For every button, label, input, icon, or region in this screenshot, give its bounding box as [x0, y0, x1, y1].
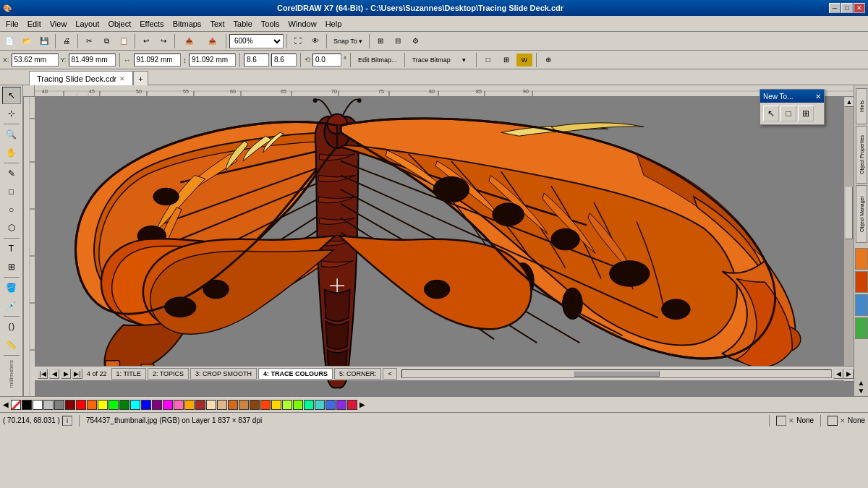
new-to-tool-1[interactable]: ↖: [763, 106, 779, 121]
color-swatch-21[interactable]: [250, 400, 260, 410]
menu-item-effects[interactable]: Effects: [135, 18, 168, 30]
doc-tab-active[interactable]: Tracing Slide Deck.cdr ✕: [29, 71, 133, 85]
color-swatch-23[interactable]: [271, 400, 281, 410]
bitmap-extra[interactable]: ⊕: [540, 52, 556, 68]
color-swatch-9[interactable]: [119, 400, 129, 410]
object-properties-tab[interactable]: Object Properties: [856, 126, 867, 184]
view-options-button[interactable]: 👁: [307, 33, 323, 49]
color-swatch-11[interactable]: [141, 400, 151, 410]
paste-button[interactable]: 📋: [116, 33, 132, 49]
last-page-button[interactable]: ▶|: [72, 369, 82, 379]
ellipse-tool[interactable]: ○: [2, 201, 21, 218]
tab-close-icon[interactable]: ✕: [119, 75, 125, 82]
text-tool[interactable]: T: [2, 240, 21, 257]
color-swatch-26[interactable]: [304, 400, 314, 410]
scroll-right-button[interactable]: ▶: [843, 369, 854, 379]
minimize-button[interactable]: ─: [829, 3, 841, 13]
first-page-button[interactable]: |◀: [38, 369, 48, 379]
color-swatch-19[interactable]: [228, 400, 238, 410]
color-tab-blue[interactable]: [855, 294, 868, 316]
menu-item-layout[interactable]: Layout: [71, 18, 103, 30]
export-button[interactable]: 📤: [201, 33, 223, 49]
open-button[interactable]: 📂: [19, 33, 35, 49]
copy-button[interactable]: ⧉: [98, 33, 114, 49]
color-swatch-8[interactable]: [109, 400, 119, 410]
print-button[interactable]: 🖨: [59, 33, 75, 49]
new-to-header[interactable]: New To... ✕: [760, 90, 824, 103]
page-tab-1[interactable]: 1: TITLE: [111, 368, 146, 380]
full-screen-button[interactable]: ⛶: [290, 33, 306, 49]
color-swatch-5[interactable]: [76, 400, 86, 410]
prev-page-button[interactable]: ◀: [49, 369, 59, 379]
canvas-area[interactable]: 40 45 50 55 60 65 70 75 80 85: [23, 85, 854, 396]
color-tab-green[interactable]: [855, 317, 868, 339]
edit-bitmap-button[interactable]: Edit Bitmap...: [354, 52, 401, 68]
hints-tab[interactable]: Hints: [856, 88, 867, 124]
align-button[interactable]: ⊞: [373, 33, 388, 49]
new-to-close-button[interactable]: ✕: [815, 93, 821, 100]
redo-button[interactable]: ↪: [156, 33, 171, 49]
h-scale-input[interactable]: [271, 53, 297, 67]
height-input[interactable]: [189, 53, 236, 67]
color-swatch-1[interactable]: [33, 400, 43, 410]
color-swatch-7[interactable]: [98, 400, 108, 410]
width-input[interactable]: [134, 53, 181, 67]
menu-item-object[interactable]: Object: [103, 18, 135, 30]
x-input[interactable]: [12, 53, 59, 67]
color-swatch-17[interactable]: [206, 400, 216, 410]
pan-tool[interactable]: ✋: [2, 144, 21, 161]
menu-item-help[interactable]: Help: [321, 18, 346, 30]
color-swatch-24[interactable]: [282, 400, 292, 410]
menu-item-window[interactable]: Window: [284, 18, 321, 30]
eyedropper-tool[interactable]: 💉: [2, 297, 21, 314]
bitmap-option2[interactable]: ⊞: [498, 52, 514, 68]
palette-right-arrow[interactable]: ▶: [358, 401, 367, 408]
color-swatch-22[interactable]: [260, 400, 271, 410]
info-button[interactable]: i: [62, 416, 72, 426]
color-swatch-3[interactable]: [54, 400, 64, 410]
save-button[interactable]: 💾: [36, 33, 52, 49]
cut-button[interactable]: ✂: [81, 33, 97, 49]
color-swatch-28[interactable]: [326, 400, 336, 410]
menu-item-table[interactable]: Table: [229, 18, 257, 30]
color-swatch-25[interactable]: [293, 400, 303, 410]
new-button[interactable]: 📄: [1, 33, 17, 49]
connector-tool[interactable]: ⟨⟩: [2, 318, 21, 335]
page-tab-3[interactable]: 3: CROP SMOOTH: [190, 368, 257, 380]
angle-input[interactable]: [312, 53, 341, 67]
snap-button[interactable]: Snap To ▾: [330, 33, 366, 49]
color-swatch-14[interactable]: [174, 400, 184, 410]
page-tab-4[interactable]: 4: TRACE COLOURS: [258, 368, 333, 380]
page-tab-5[interactable]: 5: CORNER:: [334, 368, 382, 380]
menu-item-edit[interactable]: Edit: [23, 18, 46, 30]
scroll-up-button[interactable]: ▲: [844, 97, 854, 107]
scroll-left-button[interactable]: ◀: [833, 369, 843, 379]
color-swatch-0[interactable]: [22, 400, 32, 410]
freehand-tool[interactable]: ✎: [2, 165, 21, 182]
sidebar-scroll-up[interactable]: ▲: [858, 379, 865, 387]
next-page-button[interactable]: ▶: [61, 369, 71, 379]
distribute-button[interactable]: ⊟: [390, 33, 406, 49]
color-tab-red[interactable]: [855, 271, 868, 293]
zoom-select[interactable]: 600% 400% 200% 100% 50%: [229, 34, 284, 48]
color-swatch-15[interactable]: [184, 400, 195, 410]
trace-bitmap-button[interactable]: Trace Bitmap: [409, 52, 454, 68]
w-scale-input[interactable]: [244, 53, 269, 67]
vertical-scrollbar[interactable]: ▲ ▼: [843, 97, 854, 382]
sidebar-scroll-down[interactable]: ▼: [858, 387, 865, 395]
node-tool[interactable]: ⊹: [2, 105, 21, 122]
table-tool[interactable]: ⊞: [2, 258, 21, 275]
polygon-tool[interactable]: ⬡: [2, 219, 21, 236]
horizontal-scrollbar[interactable]: [401, 369, 832, 378]
page-tab-more[interactable]: <: [383, 368, 396, 380]
trace-dropdown[interactable]: ▾: [456, 52, 472, 68]
import-button[interactable]: 📥: [178, 33, 200, 49]
color-swatch-27[interactable]: [315, 400, 325, 410]
color-swatch-2[interactable]: [43, 400, 54, 410]
fill-indicator[interactable]: [776, 416, 786, 426]
object-manager-tab[interactable]: Object Manager: [856, 185, 867, 243]
color-swatch-10[interactable]: [130, 400, 140, 410]
color-tab-orange[interactable]: [855, 248, 868, 270]
y-input[interactable]: [69, 53, 116, 67]
canvas-content[interactable]: [35, 97, 854, 396]
